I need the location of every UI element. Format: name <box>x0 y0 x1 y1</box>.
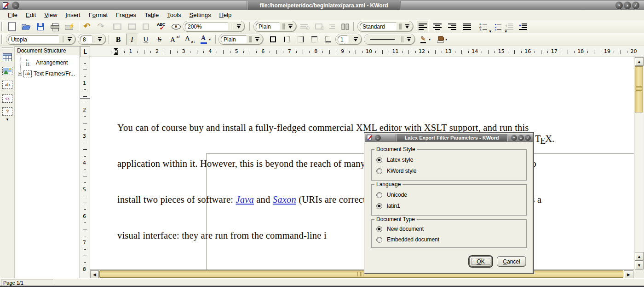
open-document-button[interactable] <box>20 21 32 32</box>
new-document-button[interactable] <box>6 21 18 32</box>
kword-style-option[interactable]: KWord style <box>376 167 416 175</box>
strikethrough-button[interactable]: S <box>154 34 166 45</box>
tree-item-label[interactable]: Arrangement <box>36 59 68 66</box>
latex-style-option[interactable]: Latex style <box>376 156 413 164</box>
border-all-button[interactable] <box>267 34 279 45</box>
bold-button[interactable]: B <box>112 34 124 45</box>
tree-item-arrangement[interactable]: 1.– 1.1– 1.2– Arrangement <box>22 59 68 67</box>
menu-frames[interactable]: Frames <box>112 11 140 19</box>
scroll-down-button[interactable]: ▼ <box>635 261 644 269</box>
scroll-up-button-2[interactable]: ▲ <box>635 252 644 261</box>
menu-format[interactable]: Format <box>85 11 112 19</box>
border-bottom-button[interactable] <box>322 34 334 45</box>
new-document-option[interactable]: New document <box>376 225 424 233</box>
tab-stop-selector[interactable]: L <box>80 46 90 57</box>
align-justify-button[interactable] <box>461 21 473 32</box>
border-color-button[interactable]: ✎ ▾ <box>418 34 433 45</box>
unicode-option[interactable]: Unicode <box>376 191 407 199</box>
toolbar-extension-button[interactable]: ▾ <box>2 117 13 122</box>
window-menu-button[interactable]: – <box>12 2 19 9</box>
menu-insert[interactable]: Insert <box>61 11 85 19</box>
window-shade-button[interactable]: ▼ <box>615 2 623 9</box>
vertical-scroll-thumb[interactable] <box>635 66 643 112</box>
table-style-value[interactable]: Standard <box>360 23 397 30</box>
align-right-button[interactable] <box>446 21 458 32</box>
insert-picture-button[interactable] <box>2 65 13 76</box>
border-style-dropdown-icon[interactable] <box>407 37 411 42</box>
font-size-up-button[interactable]: A a↑ <box>168 34 182 45</box>
print-preview-button[interactable]: ⚡ <box>63 21 75 32</box>
radio-embedded-document[interactable] <box>376 237 382 243</box>
menu-file[interactable]: File <box>4 11 22 19</box>
java-link[interactable]: Java <box>236 194 254 205</box>
horizontal-scrollbar[interactable]: ◀ ▶ <box>90 269 634 278</box>
dialog-shade-button[interactable]: ▼ <box>511 135 517 141</box>
import-style-button[interactable] <box>327 21 339 32</box>
border-right-button[interactable] <box>294 34 306 45</box>
menu-help[interactable]: Help <box>215 11 236 19</box>
insert-table-button[interactable] <box>2 52 13 63</box>
dialog-titlebar[interactable]: • Latex Export Filter Parameters - KWord… <box>365 134 533 142</box>
scroll-left-button[interactable]: ◀ <box>90 270 99 278</box>
insert-object-button[interactable]: ? <box>2 106 13 117</box>
columns-button[interactable] <box>339 21 351 32</box>
font-size-dropdown-icon[interactable] <box>98 37 102 42</box>
window-titlebar[interactable]: – file:/home/peter/doc/beginlatex/para.x… <box>0 0 644 10</box>
scroll-right-button[interactable]: ▶ <box>624 270 633 278</box>
menu-table[interactable]: Table <box>140 11 163 19</box>
font-family-value[interactable]: Utopia <box>8 35 59 43</box>
paragraph-style-combobox[interactable]: Plain <box>254 21 296 32</box>
undo-button[interactable]: ↶ <box>81 21 93 32</box>
font-size-value[interactable]: 8 <box>80 35 92 43</box>
vertical-scrollbar[interactable]: ▲ ▲ ▼ <box>634 57 644 269</box>
dialog-close-button[interactable]: ⁄ <box>525 135 531 141</box>
window-close-button[interactable]: ⁄ <box>632 2 639 9</box>
datatool-button[interactable] <box>170 21 182 32</box>
horizontal-scroll-thumb[interactable] <box>99 270 623 278</box>
decrease-indent-button[interactable] <box>503 21 515 32</box>
create-style-button[interactable] <box>299 21 311 32</box>
tree-item-text-frames[interactable]: + ab Text Frames/Fr... <box>18 70 75 78</box>
saxon-link[interactable]: Saxon <box>273 194 296 205</box>
tree-item-label[interactable]: Text Frames/Fr... <box>34 70 75 77</box>
menu-view[interactable]: View <box>40 11 61 19</box>
redo-button[interactable]: ↷ <box>95 21 107 32</box>
print-button[interactable] <box>49 21 61 32</box>
align-left-button[interactable] <box>417 21 429 32</box>
radio-latin1[interactable] <box>376 203 382 209</box>
zoom-value[interactable]: 200% <box>185 23 228 30</box>
border-width-combobox[interactable]: 1 <box>336 34 362 45</box>
margin-marker-icon[interactable] <box>114 48 119 55</box>
border-top-button[interactable] <box>308 34 320 45</box>
latex-export-dialog[interactable]: • Latex Export Filter Parameters - KWord… <box>364 133 534 274</box>
zoom-combobox[interactable]: 200% <box>183 21 245 32</box>
vertical-ruler[interactable]: 12345678 <box>80 57 90 278</box>
expander-plus-icon[interactable]: + <box>18 72 22 76</box>
menu-tools[interactable]: Tools <box>163 11 185 19</box>
toolbar-handle[interactable] <box>1 35 4 44</box>
frame-style-value[interactable]: Plain <box>221 35 247 43</box>
paste-button[interactable] <box>140 21 152 32</box>
toolbar-handle[interactable] <box>1 22 4 31</box>
copy-button[interactable] <box>126 21 138 32</box>
horizontal-ruler[interactable]: 1234567891011121314151617181920 <box>90 46 644 57</box>
cancel-button[interactable]: Cancel <box>497 256 526 267</box>
menu-settings[interactable]: Settings <box>185 11 215 19</box>
frame-style-dropdown-icon[interactable] <box>255 37 259 42</box>
border-style-combobox[interactable] <box>364 34 415 45</box>
zoom-dropdown-icon[interactable] <box>237 24 241 29</box>
border-width-value[interactable]: 1 <box>338 35 348 43</box>
menu-edit[interactable]: Edit <box>22 11 40 19</box>
border-left-button[interactable] <box>281 34 293 45</box>
table-style-combobox[interactable]: Standard <box>358 21 413 32</box>
document-canvas[interactable]: You can of course buy and install a full… <box>90 57 634 269</box>
cut-button[interactable] <box>111 21 123 32</box>
table-style-dropdown-icon[interactable] <box>405 24 409 29</box>
radio-latex-style[interactable] <box>376 157 382 163</box>
dialog-menu-button[interactable]: • <box>375 135 381 141</box>
toolbar-handle[interactable] <box>2 47 13 50</box>
window-maximize-button[interactable]: ▲ <box>624 2 631 9</box>
latin1-option[interactable]: latin1 <box>376 202 400 210</box>
radio-unicode[interactable] <box>376 192 382 198</box>
font-color-button[interactable]: A ▾ <box>198 34 213 45</box>
